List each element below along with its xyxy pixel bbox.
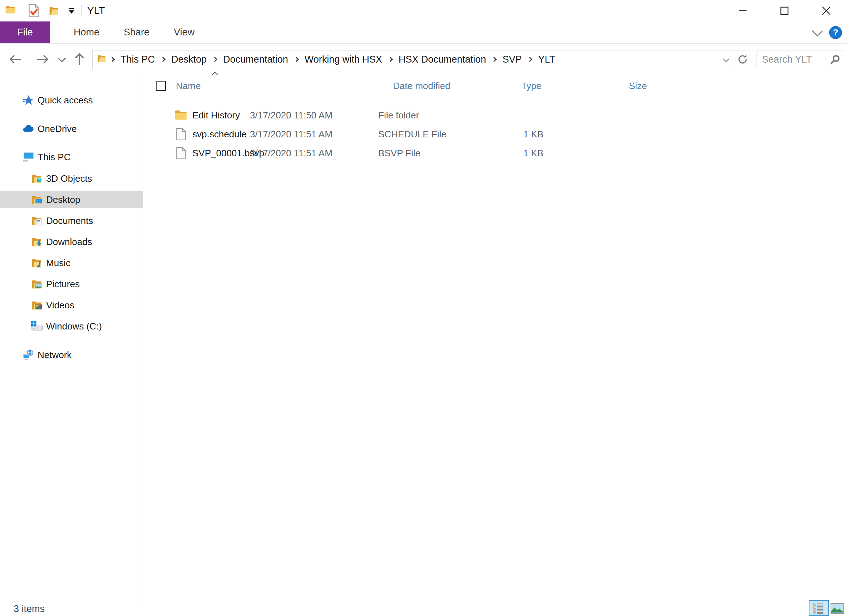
desktop-folder-icon: [31, 194, 43, 206]
minimize-button[interactable]: [722, 0, 763, 21]
expand-ribbon-chevron-icon[interactable]: [812, 25, 823, 37]
close-button[interactable]: [805, 0, 847, 21]
network-icon: [22, 349, 34, 361]
select-all-checkbox[interactable]: [156, 81, 166, 91]
file-size: 1 KB: [481, 125, 543, 144]
up-icon[interactable]: [74, 53, 84, 66]
breadcrumb-label: Working with HSX: [300, 54, 387, 65]
sidebar-item-label: Pictures: [46, 279, 80, 290]
file-explorer-window: YLT File Home Share View ?: [0, 0, 847, 616]
videos-folder-icon: [31, 299, 43, 311]
column-separator[interactable]: [624, 77, 624, 95]
address-folder-icon: [97, 54, 107, 65]
breadcrumb-chevron-icon: [294, 57, 299, 62]
breadcrumb-label: Desktop: [167, 54, 211, 65]
column-header-name[interactable]: Name: [176, 76, 201, 96]
column-header-date-modified[interactable]: Date modified: [393, 76, 450, 96]
breadcrumb-item-this-pc[interactable]: This PC: [115, 50, 160, 69]
breadcrumb-chevron-icon: [161, 57, 165, 62]
breadcrumb-item-documentation[interactable]: Documentation: [218, 50, 293, 69]
thumbnails-view-button[interactable]: [830, 603, 844, 615]
status-bar: 3 items: [0, 602, 847, 616]
tab-view[interactable]: View: [162, 21, 207, 43]
file-row-svp-00001-bsvp[interactable]: SVP_00001.bsvp 3/17/2020 11:51 AM BSVP F…: [143, 144, 838, 163]
properties-icon[interactable]: [26, 3, 42, 19]
column-headers: Name Date modified Type Size: [143, 76, 838, 96]
qat-dropdown-icon[interactable]: [67, 4, 76, 18]
column-header-size[interactable]: Size: [629, 76, 647, 96]
address-bar[interactable]: This PC Desktop Documentation Working wi…: [92, 50, 751, 69]
details-view-button[interactable]: [809, 600, 829, 616]
sidebar-item-music[interactable]: Music: [0, 254, 143, 272]
column-separator[interactable]: [387, 77, 387, 95]
breadcrumb-label: YLT: [534, 54, 559, 65]
music-folder-icon: [31, 257, 43, 269]
sidebar-item-label: Desktop: [46, 194, 80, 205]
sidebar-item-desktop[interactable]: Desktop: [0, 191, 143, 208]
breadcrumb-label: Documentation: [219, 54, 292, 65]
items-count: 3 items: [13, 603, 45, 615]
sidebar-item-label: 3D Objects: [46, 173, 92, 184]
statusbar-separator: [55, 603, 55, 614]
ribbon-tab-bar: File Home Share View ?: [0, 21, 847, 44]
search-box: [757, 50, 844, 69]
file-size: [481, 106, 543, 125]
sidebar-item-label: Windows (C:): [46, 321, 102, 332]
column-separator[interactable]: [516, 77, 516, 95]
maximize-button[interactable]: [763, 0, 805, 21]
sidebar-item-downloads[interactable]: Downloads: [0, 233, 143, 250]
tab-share[interactable]: Share: [112, 21, 162, 43]
breadcrumb-item-svp[interactable]: SVP: [497, 50, 527, 69]
sidebar-item-pictures[interactable]: Pictures: [0, 275, 143, 292]
search-icon[interactable]: [829, 55, 840, 68]
breadcrumb-chevron-icon: [527, 57, 533, 62]
sidebar-item-videos[interactable]: Videos: [0, 297, 143, 314]
sidebar-item-this-pc[interactable]: This PC: [0, 148, 143, 165]
forward-icon[interactable]: [36, 55, 49, 64]
sidebar-item-documents[interactable]: Documents: [0, 212, 143, 229]
sidebar-item-3d-objects[interactable]: 3D Objects: [0, 170, 143, 187]
file-row-svp-schedule[interactable]: svp.schedule 3/17/2020 11:51 AM SCHEDULE…: [143, 125, 838, 144]
onedrive-icon: [22, 123, 34, 135]
refresh-icon[interactable]: [734, 50, 751, 69]
file-rows: Edit History 3/17/2020 11:50 AM File fol…: [143, 106, 838, 163]
file-type: BSVP File: [378, 144, 421, 163]
sidebar-item-quick-access[interactable]: Quick access: [0, 92, 143, 109]
back-icon[interactable]: [9, 55, 22, 64]
folder-icon: [174, 109, 188, 122]
breadcrumb-chevron-icon: [388, 57, 393, 62]
help-button[interactable]: ?: [829, 26, 842, 39]
address-dropdown-chevron-icon[interactable]: [723, 55, 729, 62]
tab-file[interactable]: File: [0, 21, 50, 43]
file-date-modified: 3/17/2020 11:51 AM: [250, 144, 332, 163]
file-date-modified: 3/17/2020 11:50 AM: [250, 106, 332, 125]
sidebar-item-label: Downloads: [46, 236, 92, 248]
breadcrumb-chevron-icon: [212, 57, 217, 62]
breadcrumb-chevron-icon: [110, 57, 115, 62]
file-row-edit-history[interactable]: Edit History 3/17/2020 11:50 AM File fol…: [143, 106, 838, 125]
breadcrumb-item-ylt[interactable]: YLT: [533, 50, 560, 69]
sidebar-item-label: Network: [38, 350, 71, 360]
tab-home[interactable]: Home: [62, 21, 112, 43]
breadcrumb-item-hsx-documentation[interactable]: HSX Documentation: [394, 50, 491, 69]
column-header-label: Name: [176, 80, 201, 92]
file-size: 1 KB: [481, 144, 543, 163]
sidebar-item-label: Documents: [46, 215, 93, 226]
new-folder-icon[interactable]: [46, 3, 62, 19]
sidebar-item-label: Music: [46, 257, 71, 269]
sidebar-item-onedrive[interactable]: OneDrive: [0, 120, 143, 137]
explorer-window-icon: [5, 5, 16, 17]
pictures-folder-icon: [31, 278, 43, 290]
navigation-pane: Quick access OneDrive This PC 3D Objects: [0, 75, 143, 602]
column-header-type[interactable]: Type: [521, 76, 541, 96]
sidebar-item-label: Quick access: [38, 95, 93, 106]
breadcrumb-item-working-with-hsx[interactable]: Working with HSX: [300, 50, 387, 69]
file-date-modified: 3/17/2020 11:51 AM: [250, 125, 332, 144]
sidebar-item-windows-c[interactable]: Windows (C:): [0, 318, 143, 335]
column-header-label: Type: [521, 80, 541, 92]
breadcrumb-item-desktop[interactable]: Desktop: [166, 50, 212, 69]
sidebar-item-network[interactable]: Network: [0, 346, 143, 363]
column-separator[interactable]: [695, 77, 695, 95]
file-icon: [174, 128, 188, 140]
recent-locations-chevron-icon[interactable]: [58, 55, 66, 63]
